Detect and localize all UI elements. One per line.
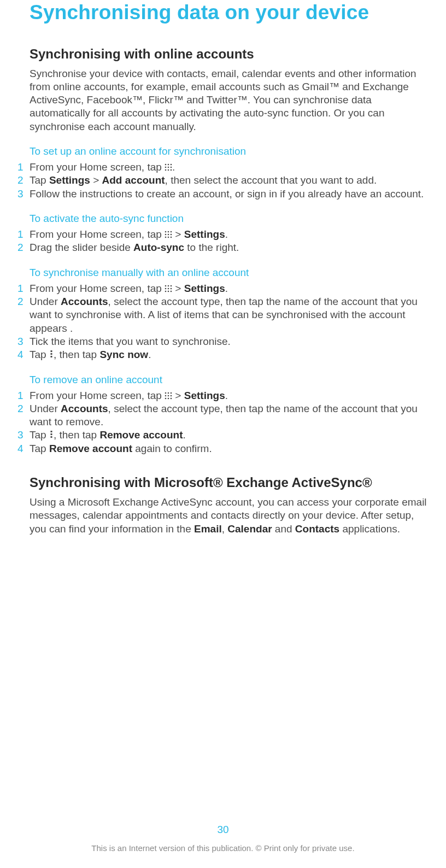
svg-point-5: [171, 167, 172, 168]
step-text: Under Accounts, select the account type,…: [30, 402, 429, 429]
section-heading-exchange-activesync: Synchronising with Microsoft® Exchange A…: [30, 475, 429, 490]
svg-point-6: [165, 169, 167, 171]
text: Tap: [30, 429, 49, 441]
text-bold: Settings: [184, 283, 225, 294]
intro-paragraph: Synchronise your device with contacts, e…: [30, 67, 429, 134]
svg-point-10: [168, 231, 169, 233]
svg-point-11: [171, 231, 172, 233]
text: , then tap: [54, 349, 100, 360]
text-bold: Accounts: [61, 296, 108, 307]
step-row: 1 From your Home screen, tap > Settings.: [30, 282, 429, 295]
step-row: 2 Under Accounts, select the account typ…: [30, 295, 429, 335]
svg-rect-29: [50, 356, 52, 357]
text: >: [90, 174, 102, 186]
step-text: Tap , then tap Sync now.: [30, 348, 429, 361]
svg-point-33: [165, 395, 167, 396]
svg-rect-39: [50, 431, 52, 432]
svg-point-4: [168, 167, 169, 168]
overflow-menu-icon: [49, 430, 54, 439]
step-text: Under Accounts, select the account type,…: [30, 295, 429, 335]
step-text: Tap , then tap Remove account.: [30, 429, 429, 442]
text: >: [172, 228, 184, 240]
text: applications.: [339, 523, 400, 535]
step-number: 1: [17, 228, 30, 241]
step-row: 3 Tick the items that you want to synchr…: [30, 335, 429, 348]
text: .: [148, 349, 151, 360]
steps-sync-manually: 1 From your Home screen, tap > Settings.…: [30, 282, 429, 362]
svg-point-7: [168, 169, 169, 171]
page-number: 30: [0, 824, 446, 836]
apps-grid-icon: [165, 392, 172, 400]
step-number: 1: [17, 282, 30, 295]
svg-point-0: [165, 164, 167, 166]
text-bold: Remove account: [49, 443, 132, 454]
text: .: [183, 429, 185, 441]
svg-point-18: [165, 285, 167, 286]
svg-point-8: [171, 169, 172, 171]
text: again to confirm.: [132, 443, 212, 454]
svg-point-21: [165, 288, 167, 289]
svg-point-12: [165, 234, 167, 236]
text: Drag the slider beside: [30, 242, 133, 253]
svg-rect-28: [50, 353, 52, 355]
text: .: [172, 161, 175, 173]
text-bold: Settings: [49, 174, 90, 186]
svg-point-2: [171, 164, 172, 166]
step-number: 1: [17, 161, 30, 174]
subheading-setup-account: To set up an online account for synchron…: [30, 145, 429, 157]
exchange-paragraph: Using a Microsoft Exchange ActiveSync ac…: [30, 496, 429, 536]
text: >: [172, 390, 184, 401]
svg-point-19: [168, 285, 169, 286]
step-text: From your Home screen, tap .: [30, 161, 429, 174]
subheading-activate-autosync: To activate the auto-sync function: [30, 213, 429, 225]
step-text: From your Home screen, tap > Settings.: [30, 282, 429, 295]
text: .: [225, 283, 228, 294]
text-bold: Calendar: [227, 523, 272, 535]
step-row: 4 Tap , then tap Sync now.: [30, 348, 429, 361]
footer-note: This is an Internet version of this publ…: [0, 843, 446, 853]
text: Tap: [30, 443, 49, 454]
step-text: Drag the slider beside Auto-sync to the …: [30, 241, 429, 254]
step-row: 3 Follow the instructions to create an a…: [30, 187, 429, 201]
step-number: 2: [17, 402, 30, 415]
svg-rect-41: [50, 436, 52, 438]
steps-setup-account: 1 From your Home screen, tap . 2 Tap Set…: [30, 161, 429, 201]
page-title: Synchronising data on your device: [30, 1, 429, 25]
svg-point-34: [168, 395, 169, 396]
svg-point-32: [171, 392, 172, 394]
text: Under: [30, 296, 61, 307]
svg-rect-40: [50, 433, 52, 435]
svg-point-31: [168, 392, 169, 394]
svg-point-17: [171, 237, 172, 238]
text-bold: Settings: [184, 228, 225, 240]
text-bold: Remove account: [99, 429, 183, 441]
steps-activate-autosync: 1 From your Home screen, tap > Settings.…: [30, 228, 429, 255]
step-number: 2: [17, 241, 30, 254]
subheading-remove-account: To remove an online account: [30, 374, 429, 386]
text-bold: Sync now: [99, 349, 148, 360]
svg-point-38: [171, 397, 172, 399]
section-heading-online-accounts: Synchronising with online accounts: [30, 46, 429, 62]
step-row: 1 From your Home screen, tap .: [30, 161, 429, 174]
text: Tap: [30, 174, 49, 186]
step-text: From your Home screen, tap > Settings.: [30, 389, 429, 402]
text: From your Home screen, tap: [30, 161, 165, 173]
svg-point-20: [171, 285, 172, 286]
text-bold: Auto-sync: [133, 242, 184, 253]
text: .: [225, 390, 228, 401]
svg-point-16: [168, 237, 169, 238]
text: Tap: [30, 349, 49, 360]
svg-point-30: [165, 392, 167, 394]
step-row: 1 From your Home screen, tap > Settings.: [30, 389, 429, 402]
subheading-sync-manually: To synchronise manually with an online a…: [30, 267, 429, 279]
svg-point-14: [171, 234, 172, 236]
svg-point-24: [165, 290, 167, 292]
apps-grid-icon: [165, 231, 172, 238]
step-text: Tap Settings > Add account, then select …: [30, 174, 429, 187]
text: .: [225, 228, 228, 240]
svg-point-15: [165, 237, 167, 238]
text: to the right.: [184, 242, 239, 253]
text-bold: Settings: [184, 390, 225, 401]
text: , then tap: [54, 429, 100, 441]
svg-point-22: [168, 288, 169, 289]
